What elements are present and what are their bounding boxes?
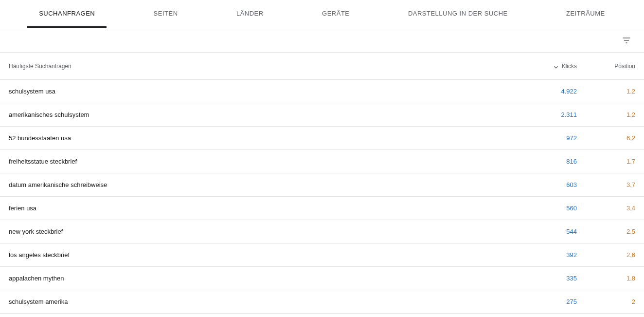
tab-darstellung[interactable]: DARSTELLUNG IN DER SUCHE [396, 0, 519, 28]
cell-query[interactable]: appalachen mythen [9, 275, 519, 282]
cell-query[interactable]: 52 bundesstaaten usa [9, 134, 519, 142]
tab-seiten[interactable]: SEITEN [142, 0, 190, 28]
cell-query[interactable]: los angeles steckbrief [9, 251, 519, 259]
table-row[interactable]: ferien usa5603,4 [0, 197, 644, 220]
tabs-container: SUCHANFRAGEN SEITEN LÄNDER GERÄTE DARSTE… [0, 0, 644, 28]
table-row[interactable]: schulsystem amerika2752 [0, 290, 644, 314]
table-row[interactable]: amerikanisches schulsystem2.3111,2 [0, 103, 644, 127]
cell-query[interactable]: freiheitsstatue steckbrief [9, 158, 519, 165]
cell-position[interactable]: 2,6 [577, 251, 635, 259]
cell-clicks[interactable]: 392 [519, 251, 577, 259]
cell-clicks[interactable]: 275 [519, 298, 577, 305]
cell-query[interactable]: datum amerikanische schreibweise [9, 181, 519, 188]
table-header: Häufigste Suchanfragen Klicks Position [0, 53, 644, 80]
table-row[interactable]: datum amerikanische schreibweise6033,7 [0, 173, 644, 197]
cell-position[interactable]: 3,7 [577, 181, 635, 188]
table-row[interactable]: 52 bundesstaaten usa9726,2 [0, 127, 644, 150]
cell-query[interactable]: amerikanisches schulsystem [9, 111, 519, 118]
header-position[interactable]: Position [577, 63, 635, 70]
cell-clicks[interactable]: 816 [519, 158, 577, 165]
header-clicks[interactable]: Klicks [519, 62, 577, 70]
tab-laender[interactable]: LÄNDER [225, 0, 275, 28]
cell-position[interactable]: 1,2 [577, 111, 635, 118]
cell-query[interactable]: ferien usa [9, 205, 519, 212]
cell-position[interactable]: 1,2 [577, 88, 635, 95]
cell-position[interactable]: 1,8 [577, 275, 635, 282]
cell-clicks[interactable]: 335 [519, 275, 577, 282]
cell-position[interactable]: 3,4 [577, 205, 635, 212]
cell-query[interactable]: schulsystem usa [9, 88, 519, 95]
table-row[interactable]: new york steckbrief5442,5 [0, 220, 644, 243]
table-row[interactable]: los angeles steckbrief3922,6 [0, 243, 644, 267]
cell-position[interactable]: 6,2 [577, 134, 635, 142]
filter-row [0, 28, 644, 53]
cell-clicks[interactable]: 603 [519, 181, 577, 188]
tab-zeitraeume[interactable]: ZEITRÄUME [555, 0, 617, 28]
sort-arrow-down-icon [552, 62, 560, 70]
cell-position[interactable]: 2 [577, 298, 635, 305]
table-row[interactable]: schulsystem usa4.9221,2 [0, 80, 644, 103]
table-body: schulsystem usa4.9221,2amerikanisches sc… [0, 80, 644, 314]
cell-clicks[interactable]: 2.311 [519, 111, 577, 118]
table-row[interactable]: freiheitsstatue steckbrief8161,7 [0, 150, 644, 173]
cell-clicks[interactable]: 544 [519, 228, 577, 235]
filter-icon[interactable] [621, 35, 632, 46]
cell-clicks[interactable]: 972 [519, 134, 577, 142]
cell-position[interactable]: 2,5 [577, 228, 635, 235]
header-query[interactable]: Häufigste Suchanfragen [9, 63, 519, 70]
cell-clicks[interactable]: 560 [519, 205, 577, 212]
tab-geraete[interactable]: GERÄTE [310, 0, 361, 28]
cell-position[interactable]: 1,7 [577, 158, 635, 165]
tab-suchanfragen[interactable]: SUCHANFRAGEN [27, 0, 107, 28]
table-row[interactable]: appalachen mythen3351,8 [0, 267, 644, 290]
cell-clicks[interactable]: 4.922 [519, 88, 577, 95]
header-clicks-label: Klicks [562, 63, 577, 70]
cell-query[interactable]: schulsystem amerika [9, 298, 519, 305]
cell-query[interactable]: new york steckbrief [9, 228, 519, 235]
